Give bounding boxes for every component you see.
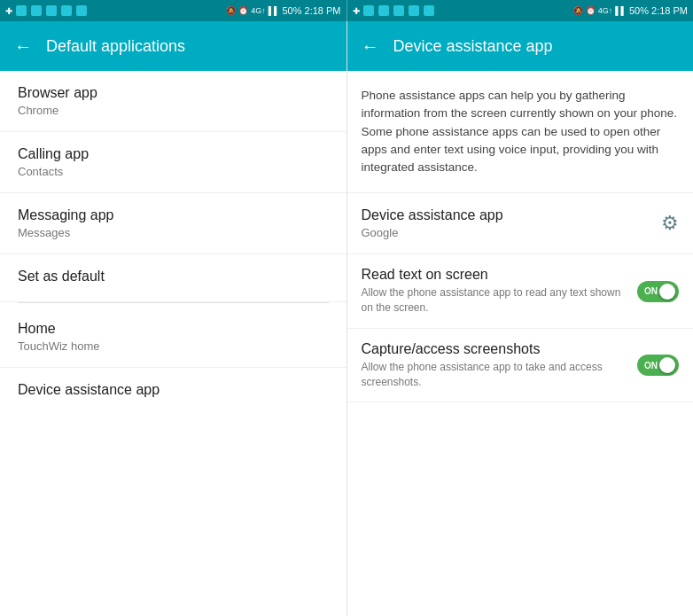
list-item-browser-app[interactable]: Browser app Chrome <box>0 71 346 132</box>
read-text-toggle-label: ON <box>644 286 658 296</box>
capture-screenshots-toggle-label: ON <box>644 361 658 370</box>
toggle-item-capture-screenshots: Capture/access screenshots Allow the pho… <box>347 329 694 403</box>
list-item-home[interactable]: Home TouchWiz home <box>0 307 346 368</box>
read-text-text: Read text on screen Allow the phone assi… <box>362 267 638 316</box>
read-text-label: Read text on screen <box>362 267 627 283</box>
right-back-arrow[interactable]: ← <box>362 36 379 57</box>
left-panel-header: ← Default applications <box>0 21 346 71</box>
capture-screenshots-toggle-knob <box>659 357 675 373</box>
device-assistance-item-subtitle: Google <box>362 226 503 239</box>
settings-list-left: Browser app Chrome Calling app Contacts … <box>0 71 346 616</box>
device-assistance-label: Device assistance app <box>18 382 329 398</box>
browser-app-value: Chrome <box>18 104 329 117</box>
calling-app-label: Calling app <box>18 146 329 162</box>
status-time-display-left: 2:18 PM <box>305 5 341 16</box>
calling-app-value: Contacts <box>18 165 329 178</box>
browser-app-label: Browser app <box>18 85 329 101</box>
status-bar-right: ✚ 🔕 ⏰ 4G↑ ▌▌ 50% 2:18 PM <box>347 0 694 21</box>
list-item-messaging-app[interactable]: Messaging app Messages <box>0 193 346 254</box>
list-item-set-as-default[interactable]: Set as default <box>0 254 346 302</box>
status-time-left: 50% <box>283 5 302 16</box>
status-battery-right: 50% <box>629 5 649 16</box>
divider-1 <box>18 302 329 303</box>
status-icons-right-right: 🔕 ⏰ 4G↑ ▌▌ 50% 2:18 PM <box>573 5 688 16</box>
notification-icons-right: ✚ <box>353 5 435 16</box>
set-as-default-label: Set as default <box>18 269 329 285</box>
left-panel-title: Default applications <box>46 37 185 56</box>
capture-screenshots-text: Capture/access screenshots Allow the pho… <box>362 341 638 390</box>
notification-icons-left: ✚ <box>5 5 88 16</box>
toggle-item-read-text: Read text on screen Allow the phone assi… <box>347 254 694 329</box>
status-bar-left: ✚ 🔕 ⏰ 4G↑ ▌▌ 50% 2:18 PM <box>0 0 346 21</box>
messaging-app-value: Messages <box>18 226 329 239</box>
capture-screenshots-toggle[interactable]: ON <box>637 355 679 376</box>
status-icons-right-left: 🔕 ⏰ 4G↑ ▌▌ 50% 2:18 PM <box>226 5 340 16</box>
read-text-toggle[interactable]: ON <box>637 281 679 302</box>
device-assistance-item[interactable]: Device assistance app Google ⚙ <box>347 193 694 254</box>
left-back-arrow[interactable]: ← <box>14 36 32 57</box>
left-panel: ← Default applications Browser app Chrom… <box>0 21 347 616</box>
list-item-calling-app[interactable]: Calling app Contacts <box>0 132 346 193</box>
list-item-device-assistance[interactable]: Device assistance app <box>0 368 346 415</box>
messaging-app-label: Messaging app <box>18 207 329 223</box>
main-content: ← Default applications Browser app Chrom… <box>0 21 693 616</box>
status-time-right: 2:18 PM <box>651 5 688 16</box>
gear-icon[interactable]: ⚙ <box>661 212 679 235</box>
read-text-subtitle: Allow the phone assistance app to read a… <box>362 285 627 316</box>
home-value: TouchWiz home <box>18 339 329 353</box>
read-text-toggle-knob <box>659 284 675 300</box>
home-label: Home <box>18 321 329 337</box>
capture-screenshots-subtitle: Allow the phone assistance app to take a… <box>362 360 627 390</box>
status-bar: ✚ 🔕 ⏰ 4G↑ ▌▌ 50% 2:18 PM ✚ 🔕 ⏰ <box>0 0 693 21</box>
capture-screenshots-label: Capture/access screenshots <box>362 341 627 357</box>
device-assistance-text: Device assistance app Google <box>362 207 503 239</box>
description-text: Phone assistance apps can help you by ga… <box>347 71 694 193</box>
right-panel-header: ← Device assistance app <box>347 21 694 71</box>
settings-list-right: Phone assistance apps can help you by ga… <box>347 71 694 616</box>
right-panel-title: Device assistance app <box>393 37 553 56</box>
device-assistance-item-label: Device assistance app <box>362 207 503 223</box>
right-panel: ← Device assistance app Phone assistance… <box>347 21 694 616</box>
